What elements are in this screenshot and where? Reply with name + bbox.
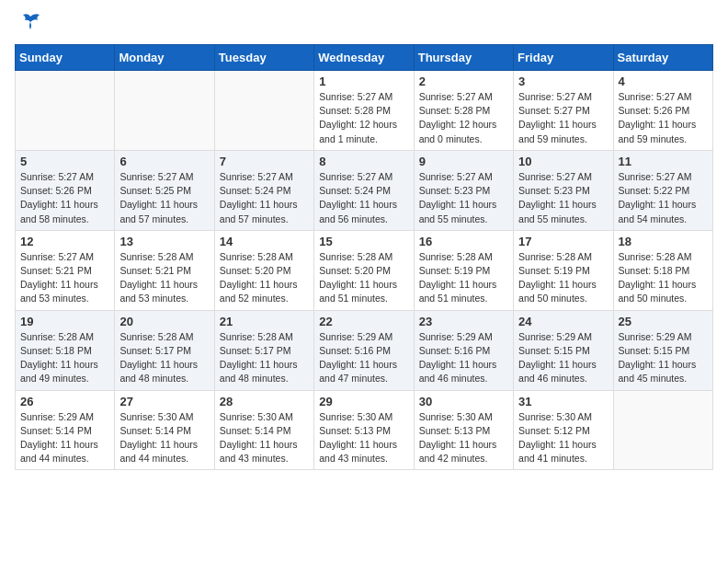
weekday-header-saturday: Saturday bbox=[613, 45, 712, 71]
day-info: Sunrise: 5:29 AM Sunset: 5:16 PM Dayligh… bbox=[319, 330, 408, 386]
calendar-cell: 19Sunrise: 5:28 AM Sunset: 5:18 PM Dayli… bbox=[16, 310, 115, 390]
day-info: Sunrise: 5:27 AM Sunset: 5:28 PM Dayligh… bbox=[419, 90, 508, 146]
calendar-cell: 6Sunrise: 5:27 AM Sunset: 5:25 PM Daylig… bbox=[115, 150, 214, 230]
calendar-cell: 20Sunrise: 5:28 AM Sunset: 5:17 PM Dayli… bbox=[115, 310, 214, 390]
calendar-week-1: 1Sunrise: 5:27 AM Sunset: 5:28 PM Daylig… bbox=[16, 71, 713, 151]
day-number: 28 bbox=[220, 395, 309, 408]
day-number: 11 bbox=[619, 155, 708, 168]
calendar-cell: 1Sunrise: 5:27 AM Sunset: 5:28 PM Daylig… bbox=[314, 71, 414, 151]
day-info: Sunrise: 5:28 AM Sunset: 5:17 PM Dayligh… bbox=[220, 330, 309, 386]
calendar-cell: 27Sunrise: 5:30 AM Sunset: 5:14 PM Dayli… bbox=[115, 390, 214, 470]
day-number: 12 bbox=[20, 235, 109, 248]
bird-icon bbox=[17, 13, 43, 33]
weekday-header-tuesday: Tuesday bbox=[214, 45, 313, 71]
day-number: 6 bbox=[119, 155, 209, 168]
calendar-cell: 7Sunrise: 5:27 AM Sunset: 5:24 PM Daylig… bbox=[214, 150, 313, 230]
calendar-cell: 28Sunrise: 5:30 AM Sunset: 5:14 PM Dayli… bbox=[214, 390, 313, 470]
calendar-cell: 17Sunrise: 5:28 AM Sunset: 5:19 PM Dayli… bbox=[514, 230, 613, 310]
day-number: 26 bbox=[20, 395, 109, 408]
logo bbox=[15, 15, 43, 33]
weekday-header-wednesday: Wednesday bbox=[314, 45, 414, 71]
calendar-cell: 21Sunrise: 5:28 AM Sunset: 5:17 PM Dayli… bbox=[214, 310, 313, 390]
calendar-cell: 18Sunrise: 5:28 AM Sunset: 5:18 PM Dayli… bbox=[613, 230, 712, 310]
calendar-week-2: 5Sunrise: 5:27 AM Sunset: 5:26 PM Daylig… bbox=[16, 150, 713, 230]
day-number: 30 bbox=[419, 395, 508, 408]
calendar-cell: 16Sunrise: 5:28 AM Sunset: 5:19 PM Dayli… bbox=[414, 230, 513, 310]
calendar-cell: 23Sunrise: 5:29 AM Sunset: 5:16 PM Dayli… bbox=[414, 310, 513, 390]
calendar-week-4: 19Sunrise: 5:28 AM Sunset: 5:18 PM Dayli… bbox=[16, 310, 713, 390]
day-number: 31 bbox=[518, 395, 608, 408]
weekday-header-row: SundayMondayTuesdayWednesdayThursdayFrid… bbox=[16, 45, 713, 71]
day-info: Sunrise: 5:28 AM Sunset: 5:17 PM Dayligh… bbox=[119, 330, 209, 386]
day-number: 10 bbox=[518, 155, 608, 168]
calendar-cell: 11Sunrise: 5:27 AM Sunset: 5:22 PM Dayli… bbox=[613, 150, 712, 230]
calendar-cell bbox=[16, 71, 115, 151]
calendar-cell: 8Sunrise: 5:27 AM Sunset: 5:24 PM Daylig… bbox=[314, 150, 414, 230]
day-number: 5 bbox=[20, 155, 109, 168]
day-number: 27 bbox=[119, 395, 209, 408]
calendar-cell: 30Sunrise: 5:30 AM Sunset: 5:13 PM Dayli… bbox=[414, 390, 513, 470]
day-number: 21 bbox=[220, 315, 309, 328]
day-number: 24 bbox=[518, 315, 608, 328]
day-info: Sunrise: 5:28 AM Sunset: 5:18 PM Dayligh… bbox=[20, 330, 109, 386]
page-header bbox=[15, 15, 713, 33]
calendar-cell: 14Sunrise: 5:28 AM Sunset: 5:20 PM Dayli… bbox=[214, 230, 313, 310]
weekday-header-thursday: Thursday bbox=[414, 45, 513, 71]
calendar-cell: 9Sunrise: 5:27 AM Sunset: 5:23 PM Daylig… bbox=[414, 150, 513, 230]
day-info: Sunrise: 5:27 AM Sunset: 5:22 PM Dayligh… bbox=[619, 170, 708, 226]
day-number: 2 bbox=[419, 75, 508, 88]
calendar-cell: 5Sunrise: 5:27 AM Sunset: 5:26 PM Daylig… bbox=[16, 150, 115, 230]
day-number: 20 bbox=[119, 315, 209, 328]
day-info: Sunrise: 5:29 AM Sunset: 5:15 PM Dayligh… bbox=[518, 330, 608, 386]
day-info: Sunrise: 5:30 AM Sunset: 5:13 PM Dayligh… bbox=[319, 410, 408, 466]
calendar-cell bbox=[214, 71, 313, 151]
day-info: Sunrise: 5:30 AM Sunset: 5:14 PM Dayligh… bbox=[119, 410, 209, 466]
day-info: Sunrise: 5:27 AM Sunset: 5:28 PM Dayligh… bbox=[319, 90, 408, 146]
calendar-cell: 3Sunrise: 5:27 AM Sunset: 5:27 PM Daylig… bbox=[514, 71, 613, 151]
day-number: 3 bbox=[518, 75, 608, 88]
calendar-cell bbox=[613, 390, 712, 470]
day-number: 17 bbox=[518, 235, 608, 248]
calendar-cell: 4Sunrise: 5:27 AM Sunset: 5:26 PM Daylig… bbox=[613, 71, 712, 151]
day-number: 14 bbox=[220, 235, 309, 248]
day-number: 16 bbox=[419, 235, 508, 248]
day-number: 13 bbox=[119, 235, 209, 248]
calendar-cell: 22Sunrise: 5:29 AM Sunset: 5:16 PM Dayli… bbox=[314, 310, 414, 390]
day-info: Sunrise: 5:27 AM Sunset: 5:24 PM Dayligh… bbox=[319, 170, 408, 226]
day-info: Sunrise: 5:30 AM Sunset: 5:13 PM Dayligh… bbox=[419, 410, 508, 466]
calendar-cell: 26Sunrise: 5:29 AM Sunset: 5:14 PM Dayli… bbox=[16, 390, 115, 470]
day-number: 4 bbox=[619, 75, 708, 88]
day-number: 1 bbox=[319, 75, 408, 88]
day-number: 15 bbox=[319, 235, 408, 248]
day-info: Sunrise: 5:27 AM Sunset: 5:21 PM Dayligh… bbox=[20, 250, 109, 306]
calendar-cell: 29Sunrise: 5:30 AM Sunset: 5:13 PM Dayli… bbox=[314, 390, 414, 470]
calendar-cell: 2Sunrise: 5:27 AM Sunset: 5:28 PM Daylig… bbox=[414, 71, 513, 151]
day-info: Sunrise: 5:28 AM Sunset: 5:20 PM Dayligh… bbox=[220, 250, 309, 306]
calendar-week-5: 26Sunrise: 5:29 AM Sunset: 5:14 PM Dayli… bbox=[16, 390, 713, 470]
day-info: Sunrise: 5:29 AM Sunset: 5:15 PM Dayligh… bbox=[619, 330, 708, 386]
weekday-header-monday: Monday bbox=[115, 45, 214, 71]
calendar-cell: 13Sunrise: 5:28 AM Sunset: 5:21 PM Dayli… bbox=[115, 230, 214, 310]
day-number: 19 bbox=[20, 315, 109, 328]
calendar-cell: 10Sunrise: 5:27 AM Sunset: 5:23 PM Dayli… bbox=[514, 150, 613, 230]
day-info: Sunrise: 5:28 AM Sunset: 5:20 PM Dayligh… bbox=[319, 250, 408, 306]
day-info: Sunrise: 5:30 AM Sunset: 5:12 PM Dayligh… bbox=[518, 410, 608, 466]
calendar-cell: 31Sunrise: 5:30 AM Sunset: 5:12 PM Dayli… bbox=[514, 390, 613, 470]
day-info: Sunrise: 5:27 AM Sunset: 5:24 PM Dayligh… bbox=[220, 170, 309, 226]
day-info: Sunrise: 5:29 AM Sunset: 5:16 PM Dayligh… bbox=[419, 330, 508, 386]
day-number: 25 bbox=[619, 315, 708, 328]
day-number: 9 bbox=[419, 155, 508, 168]
day-number: 8 bbox=[319, 155, 408, 168]
calendar-cell: 25Sunrise: 5:29 AM Sunset: 5:15 PM Dayli… bbox=[613, 310, 712, 390]
calendar-cell bbox=[115, 71, 214, 151]
day-info: Sunrise: 5:27 AM Sunset: 5:26 PM Dayligh… bbox=[619, 90, 708, 146]
day-info: Sunrise: 5:27 AM Sunset: 5:23 PM Dayligh… bbox=[518, 170, 608, 226]
day-info: Sunrise: 5:30 AM Sunset: 5:14 PM Dayligh… bbox=[220, 410, 309, 466]
day-info: Sunrise: 5:28 AM Sunset: 5:19 PM Dayligh… bbox=[518, 250, 608, 306]
day-info: Sunrise: 5:27 AM Sunset: 5:25 PM Dayligh… bbox=[119, 170, 209, 226]
day-info: Sunrise: 5:27 AM Sunset: 5:27 PM Dayligh… bbox=[518, 90, 608, 146]
weekday-header-friday: Friday bbox=[514, 45, 613, 71]
day-number: 7 bbox=[220, 155, 309, 168]
calendar-cell: 12Sunrise: 5:27 AM Sunset: 5:21 PM Dayli… bbox=[16, 230, 115, 310]
day-info: Sunrise: 5:27 AM Sunset: 5:23 PM Dayligh… bbox=[419, 170, 508, 226]
